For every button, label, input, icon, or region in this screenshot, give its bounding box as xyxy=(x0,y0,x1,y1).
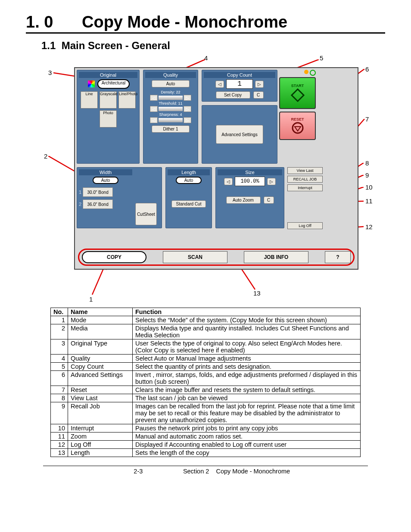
annotated-diagram: 4 5 6 3 7 2 8 9 10 11 12 13 1 Original A… xyxy=(35,54,376,304)
arch-toggle[interactable]: Architectural xyxy=(97,79,130,89)
length-panel: Length Auto Standard Cut xyxy=(165,167,212,228)
quality-panel: Quality Auto Density: 22 ◁▷ Threshold: 1… xyxy=(143,70,198,164)
size-dec[interactable]: ◁ xyxy=(224,178,233,185)
table-row: 13LengthSets the length of the copy xyxy=(51,449,361,457)
callout-1: 1 xyxy=(89,296,93,303)
table-row: 2MediaDisplays Media type and quantity i… xyxy=(51,324,361,339)
mode-job-info[interactable]: JOB INFO xyxy=(244,251,308,263)
table-row: 6Advanced SettingsInvert , mirror, stamp… xyxy=(51,371,361,386)
table-row: 5Copy CountSelect the quantity of prints… xyxy=(51,363,361,371)
length-auto[interactable]: Auto xyxy=(176,177,202,184)
sharpness-slider[interactable]: ◁▷ xyxy=(145,117,196,123)
callout-8: 8 xyxy=(365,159,369,167)
table-row: 11ZoomManual and automatic zoom ratios s… xyxy=(51,432,361,441)
size-panel: Size ◁ 100.0% ▷ Auto Zoom C xyxy=(215,167,284,228)
roll1-num: 1 xyxy=(79,190,81,195)
quality-auto[interactable]: Auto xyxy=(152,80,190,87)
mode-scan[interactable]: SCAN xyxy=(163,251,227,263)
advanced-settings-panel: Advanced Settings xyxy=(202,105,277,164)
reset-icon xyxy=(291,121,304,134)
interrupt-button[interactable]: Interrupt xyxy=(287,184,323,191)
size-clear[interactable]: C xyxy=(264,196,274,204)
mode-copy[interactable]: COPY xyxy=(82,251,146,263)
count-inc[interactable]: ▷ xyxy=(255,81,264,88)
spec-table: No. Name Function 1ModeSelects the “Mode… xyxy=(50,308,361,457)
callout-9: 9 xyxy=(365,171,369,179)
threshold-label: Threshold: 11 xyxy=(145,101,196,106)
callout-11: 11 xyxy=(365,197,373,205)
mode-line[interactable]: Line xyxy=(81,91,98,109)
mode-help[interactable]: ? xyxy=(325,251,351,263)
mode-line-photo[interactable]: Line/Photo xyxy=(118,91,136,109)
page-title: 1. 0Copy Mode - Monochrome xyxy=(26,13,385,34)
count-clear[interactable]: C xyxy=(253,91,264,99)
set-copy-button[interactable]: Set Copy xyxy=(216,91,250,99)
color-wheel-icon[interactable] xyxy=(87,80,95,88)
density-label: Density: 22 xyxy=(145,90,196,94)
section-title: 1.1 Main Screen - General xyxy=(41,40,385,52)
table-row: 9Recall JobImages can be recalled from t… xyxy=(51,402,361,424)
callout-3: 3 xyxy=(48,69,52,76)
advanced-settings-button[interactable]: Advanced Settings xyxy=(216,125,263,144)
cutsheet-button[interactable]: CutSheet xyxy=(135,203,157,225)
table-row: 3Original TypeUser Selects the type of o… xyxy=(51,339,361,355)
start-icon xyxy=(290,88,305,103)
callout-12: 12 xyxy=(365,223,373,230)
page-footer: 2-3 Section 2 Copy Mode - Monochrome xyxy=(43,466,368,475)
status-led-icon xyxy=(304,70,308,74)
view-last-button[interactable]: View Last xyxy=(287,167,323,174)
count-value: 1 xyxy=(226,79,253,89)
dither-button[interactable]: Dither 1 xyxy=(152,125,190,133)
mode-grayscale[interactable]: Grayscale xyxy=(100,91,117,109)
table-row: 4QualitySelect Auto or Manual Image adju… xyxy=(51,355,361,363)
roll2-num: 2 xyxy=(79,202,81,207)
table-row: 1ModeSelects the “Mode” of the system. (… xyxy=(51,316,361,324)
size-value: 100.0% xyxy=(235,177,265,186)
width-title: Width xyxy=(79,169,132,175)
roll1-button[interactable]: 30.0" Bond xyxy=(83,187,113,197)
width-panel: Width Auto 1 30.0" Bond 2 36.0" Bond Cut… xyxy=(77,167,162,228)
quality-title: Quality xyxy=(145,72,196,78)
mode-photo[interactable]: Photo xyxy=(100,110,117,128)
copy-count-panel: Copy Count ◁ 1 ▷ Set Copy C xyxy=(202,70,277,102)
reset-button[interactable]: RESET xyxy=(279,112,316,140)
callout-13: 13 xyxy=(253,289,261,297)
power-icon xyxy=(310,70,316,76)
standard-cut-button[interactable]: Standard Cut xyxy=(171,200,206,208)
mode-bar: COPY SCAN JOB INFO ? xyxy=(78,249,355,266)
device-screen: Original Architectural Line Grayscale Li… xyxy=(74,67,358,270)
table-row: 7ResetClears the image buffer and resets… xyxy=(51,386,361,394)
table-row: 12Log OffDisplayed if Accounting enabled… xyxy=(51,441,361,449)
callout-10: 10 xyxy=(365,184,373,191)
length-title: Length xyxy=(168,169,210,175)
original-title: Original xyxy=(79,72,137,78)
callout-6: 6 xyxy=(365,65,369,73)
original-panel: Original Architectural Line Grayscale Li… xyxy=(77,70,140,164)
callout-5: 5 xyxy=(320,54,323,62)
table-header: No. Name Function xyxy=(51,308,361,316)
size-inc[interactable]: ▷ xyxy=(267,178,276,185)
size-title: Size xyxy=(218,169,282,175)
start-button[interactable]: START xyxy=(279,77,316,109)
auto-zoom-button[interactable]: Auto Zoom xyxy=(226,196,261,204)
threshold-slider[interactable]: ◁▷ xyxy=(145,106,196,112)
width-auto[interactable]: Auto xyxy=(93,177,118,184)
callout-7: 7 xyxy=(365,115,369,123)
density-slider[interactable]: ◁▷ xyxy=(145,95,196,101)
sharpness-label: Sharpness: 4 xyxy=(145,112,196,117)
copy-count-title: Copy Count xyxy=(204,72,275,78)
count-dec[interactable]: ◁ xyxy=(215,81,224,88)
log-off-button[interactable]: Log Off xyxy=(287,222,323,229)
callout-2: 2 xyxy=(44,152,47,160)
recall-job-button[interactable]: RECALL JOB xyxy=(287,176,323,183)
table-row: 10InterruptPauses the network print jobs… xyxy=(51,424,361,432)
roll2-button[interactable]: 36.0" Bond xyxy=(83,199,113,209)
table-row: 8View LastThe last scan / job can be vie… xyxy=(51,394,361,402)
